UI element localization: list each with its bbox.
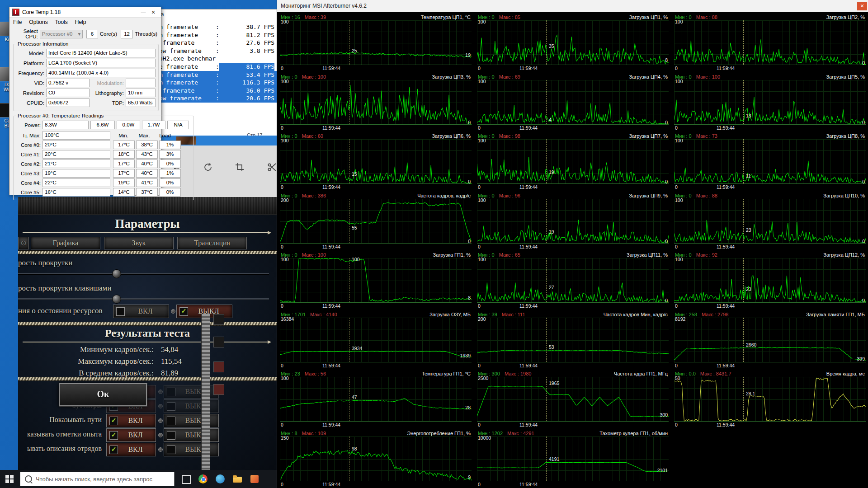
graph-label: Загрузка ЦП11, %: [520, 252, 668, 258]
current-value-label: 19: [549, 170, 554, 175]
current-value-label: 23: [746, 228, 751, 233]
option-off-toggle[interactable]: ВЫКЛ: [164, 399, 219, 413]
scale-bottom-label: 0: [281, 126, 283, 131]
core-temp-row: Core #0:20°C17°C38°C1%: [16, 141, 191, 149]
console-colon: :: [216, 87, 219, 95]
key-scroll-speed-slider[interactable]: [18, 298, 269, 300]
option-on-toggle[interactable]: ✓ВКЛ: [106, 414, 156, 427]
time-label: 11:59:44: [519, 482, 538, 487]
max-value: Макс : 69: [499, 74, 520, 80]
scissors-icon[interactable]: [267, 162, 278, 173]
graph-trace: [280, 139, 472, 184]
graph-label: Загрузка ЦП5, %: [720, 74, 865, 80]
slider-knob[interactable]: [112, 295, 121, 304]
time-label: 11:59:44: [519, 304, 538, 309]
column-header: Max.: [134, 133, 155, 138]
graph-plot: [477, 436, 669, 481]
rotate-icon[interactable]: [203, 162, 213, 173]
monitor-graph: Мин : 0Макс : 92Загрузка ЦП12, %100011:5…: [671, 250, 868, 310]
close-icon[interactable]: ✕: [857, 2, 867, 10]
core-temp-logo-icon: [12, 9, 19, 16]
check-icon: ✓: [109, 446, 118, 454]
column-header: Min.: [113, 133, 134, 138]
game-settings-title: Параметры: [18, 217, 277, 231]
graph-trace: [674, 318, 866, 362]
scale-bottom-label: 0: [675, 422, 678, 427]
result-label: Максимум кадров/сек.:: [18, 357, 154, 366]
scale-bottom-label: 0: [675, 363, 678, 368]
graph-plot: [477, 139, 669, 184]
side-button[interactable]: [213, 314, 224, 325]
search-input[interactable]: Чтобы начать поиск, введите здесь запрос: [20, 472, 175, 486]
graph-trace: [280, 436, 472, 481]
graph-header: Мин : 0Макс : 100Загрузка ГП1, %: [281, 252, 471, 258]
graph-header: Мин : 0Макс : 65Загрузка ЦП11, %: [478, 252, 668, 258]
scroll-speed-slider[interactable]: [18, 273, 269, 275]
scale-top-label: 16384: [281, 317, 294, 322]
afterburner-titlebar[interactable]: Мониторинг MSI Afterburner v4.6.2 ✕: [277, 0, 868, 12]
option-off-toggle[interactable]: ВЫКЛ: [164, 385, 219, 399]
game-settings-window: Параметры ⊙ГрафикаЗвукТрансляция рость п…: [18, 197, 277, 470]
current-value-label: 3934: [352, 346, 362, 351]
chrome-icon[interactable]: [197, 473, 209, 485]
tjmax-row: Tj. Max:100°CMin.Max.Load: [16, 131, 191, 140]
edge-icon[interactable]: [214, 473, 226, 485]
graph-header: Мин : 0Макс : 96Загрузка ЦП9, %: [478, 193, 668, 198]
resource-on-toggle[interactable]: ВКЛ: [113, 305, 169, 318]
graph-label: Загрузка ЦП1, %: [520, 14, 668, 20]
core-stat-value: 0%: [159, 188, 181, 197]
result-label: Минимум кадров/сек.:: [18, 345, 154, 354]
end-value-label: 0: [665, 239, 668, 244]
crop-icon[interactable]: [234, 162, 245, 173]
monitor-graph: Мин : 258Макс : 2798Загрузка памяти ГП1,…: [671, 310, 868, 369]
slider-knob[interactable]: [112, 269, 121, 278]
side-button[interactable]: [213, 361, 224, 372]
start-button[interactable]: [5, 475, 14, 483]
max-value: Макс : 100: [302, 74, 326, 80]
tab-1[interactable]: Графика: [31, 237, 100, 249]
close-button[interactable]: ✕: [148, 9, 158, 15]
core-stat-value: 3%: [159, 150, 181, 159]
option-off-toggle[interactable]: ВЫКЛ: [164, 428, 219, 442]
scale-bottom-label: 0: [478, 304, 481, 309]
menu-item-tools[interactable]: Tools: [55, 19, 68, 25]
photos-app-icon[interactable]: [249, 473, 260, 485]
menu-item-file[interactable]: File: [13, 19, 22, 25]
option-label: Показывать пути: [18, 416, 102, 424]
core-temp-titlebar[interactable]: Core Temp 1.18 — ✕: [9, 7, 161, 18]
end-value-label: 0: [665, 179, 668, 184]
field-label: Modulation:: [90, 80, 124, 86]
tab-2[interactable]: Звук: [104, 237, 174, 249]
menu-item-options[interactable]: Options: [29, 19, 47, 25]
core-temp-value: 16°C: [42, 188, 110, 197]
scale-top-label: 100: [281, 376, 289, 381]
max-value: Макс : 4291: [507, 431, 534, 436]
option-on-toggle[interactable]: ✓ВКЛ: [106, 443, 156, 456]
monitor-graph: Мин : 0Макс : 98Загрузка ЦП7, %100011:59…: [474, 131, 671, 191]
core-stat-value: 37°C: [136, 188, 158, 197]
cpu-select-dropdown[interactable]: Processor #0▾: [40, 30, 83, 38]
task-view-icon[interactable]: [180, 473, 192, 485]
graph-trace: [674, 80, 866, 125]
time-label: 11:59:44: [717, 363, 735, 368]
core-temp-row: Core #1:20°C18°C43°C3%: [16, 150, 191, 159]
graph-label: Загрузка ЦП6, %: [323, 133, 471, 139]
minimize-button[interactable]: —: [138, 9, 148, 15]
scale-top-label: 100: [675, 19, 683, 24]
option-off-toggle[interactable]: ВЫКЛ: [164, 443, 219, 456]
menu-item-help[interactable]: Help: [75, 19, 86, 25]
option-on-toggle[interactable]: ✓ВКЛ: [106, 428, 156, 442]
tab-3[interactable]: Трансляция: [177, 237, 247, 249]
scale-top-label: 100: [675, 79, 683, 84]
console-colon: :: [216, 39, 219, 47]
max-value: Макс : 98: [499, 133, 520, 139]
side-button[interactable]: [213, 384, 224, 395]
side-button[interactable]: [213, 337, 224, 347]
core-label: Core #1:: [16, 152, 41, 157]
power-value: 8.3W: [42, 121, 89, 129]
max-value: Макс : 88: [696, 193, 717, 198]
console-line-value: 81.2 FPS: [219, 31, 274, 39]
ok-button[interactable]: Ок: [59, 383, 147, 407]
option-off-toggle[interactable]: ВЫКЛ: [164, 414, 219, 427]
explorer-icon[interactable]: [231, 473, 243, 485]
